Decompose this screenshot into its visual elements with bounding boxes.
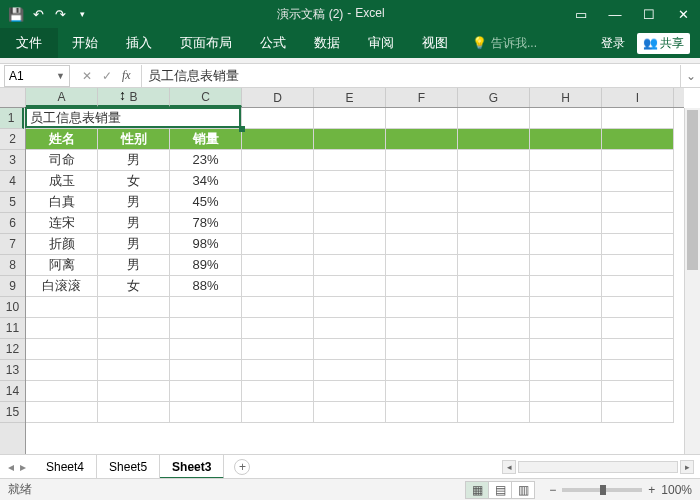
scroll-left-icon[interactable]: ◂: [502, 460, 516, 474]
cell[interactable]: [386, 171, 458, 192]
cell[interactable]: 姓名: [26, 129, 98, 150]
enter-icon[interactable]: ✓: [102, 69, 112, 83]
ribbon-options-icon[interactable]: ▭: [564, 0, 598, 28]
row-header-1[interactable]: 1: [0, 108, 24, 129]
cell[interactable]: [242, 108, 314, 129]
cell[interactable]: 男: [98, 234, 170, 255]
cell[interactable]: [602, 255, 674, 276]
row-header-15[interactable]: 15: [0, 402, 25, 423]
cell[interactable]: 连宋: [26, 213, 98, 234]
col-header-D[interactable]: D: [242, 88, 314, 107]
cell[interactable]: 98%: [170, 234, 242, 255]
cell[interactable]: [458, 402, 530, 423]
cell[interactable]: 销量: [170, 129, 242, 150]
tab-review[interactable]: 审阅: [354, 28, 408, 58]
cell[interactable]: [458, 213, 530, 234]
cell[interactable]: 89%: [170, 255, 242, 276]
cell[interactable]: 34%: [170, 171, 242, 192]
cell[interactable]: [170, 381, 242, 402]
fx-icon[interactable]: fx: [122, 68, 131, 83]
name-box[interactable]: A1 ▼: [4, 65, 70, 87]
cell[interactable]: [602, 381, 674, 402]
cell[interactable]: [530, 255, 602, 276]
cell[interactable]: [602, 213, 674, 234]
cell[interactable]: [98, 402, 170, 423]
cell[interactable]: [530, 108, 602, 129]
cell[interactable]: 司命: [26, 150, 98, 171]
cell[interactable]: [530, 192, 602, 213]
col-header-C[interactable]: C: [170, 88, 242, 107]
vertical-scrollbar[interactable]: [684, 108, 700, 454]
formula-input[interactable]: 员工信息表销量: [141, 65, 680, 87]
cell[interactable]: 女: [98, 171, 170, 192]
cell[interactable]: [386, 339, 458, 360]
cell[interactable]: [530, 318, 602, 339]
cell[interactable]: [458, 318, 530, 339]
cell[interactable]: 78%: [170, 213, 242, 234]
maximize-icon[interactable]: ☐: [632, 0, 666, 28]
cell[interactable]: [242, 276, 314, 297]
cell[interactable]: [530, 360, 602, 381]
select-all-corner[interactable]: [0, 88, 26, 108]
cell[interactable]: [314, 318, 386, 339]
column-headers[interactable]: ABCDEFGHI: [26, 88, 684, 108]
col-header-I[interactable]: I: [602, 88, 674, 107]
tab-insert[interactable]: 插入: [112, 28, 166, 58]
file-tab[interactable]: 文件: [0, 28, 58, 58]
row-header-7[interactable]: 7: [0, 234, 25, 255]
cell[interactable]: [530, 339, 602, 360]
cell[interactable]: [458, 339, 530, 360]
cell[interactable]: [170, 318, 242, 339]
cell[interactable]: [602, 234, 674, 255]
cell[interactable]: [242, 234, 314, 255]
cell[interactable]: 男: [98, 255, 170, 276]
row-header-5[interactable]: 5: [0, 192, 25, 213]
cell[interactable]: 阿离: [26, 255, 98, 276]
cell[interactable]: [242, 213, 314, 234]
cell[interactable]: [314, 234, 386, 255]
normal-view-icon[interactable]: ▦: [465, 481, 489, 499]
row-header-9[interactable]: 9: [0, 276, 25, 297]
cancel-icon[interactable]: ✕: [82, 69, 92, 83]
cell[interactable]: [242, 360, 314, 381]
col-header-A[interactable]: A: [26, 88, 98, 107]
cell[interactable]: [242, 150, 314, 171]
cell[interactable]: [458, 192, 530, 213]
cell[interactable]: [242, 192, 314, 213]
cell[interactable]: [314, 192, 386, 213]
row-header-12[interactable]: 12: [0, 339, 25, 360]
row-header-11[interactable]: 11: [0, 318, 25, 339]
cell[interactable]: [26, 339, 98, 360]
cell[interactable]: [458, 171, 530, 192]
next-sheet-icon[interactable]: ▸: [20, 460, 26, 474]
cell[interactable]: 23%: [170, 150, 242, 171]
cell[interactable]: [98, 339, 170, 360]
cell[interactable]: [26, 360, 98, 381]
cell[interactable]: [602, 297, 674, 318]
cell[interactable]: [530, 171, 602, 192]
cell[interactable]: [386, 234, 458, 255]
spreadsheet-grid[interactable]: ABCDEFGHI 123456789101112131415 员工信息表销量姓…: [0, 88, 700, 454]
tab-pagelayout[interactable]: 页面布局: [166, 28, 246, 58]
cell[interactable]: [386, 192, 458, 213]
cell[interactable]: [314, 276, 386, 297]
cell[interactable]: [530, 276, 602, 297]
cell[interactable]: [386, 255, 458, 276]
cell[interactable]: [458, 129, 530, 150]
save-icon[interactable]: 💾: [8, 6, 24, 22]
row-header-2[interactable]: 2: [0, 129, 25, 150]
cell[interactable]: [602, 339, 674, 360]
cell[interactable]: [242, 339, 314, 360]
cell[interactable]: [314, 150, 386, 171]
cell[interactable]: [242, 255, 314, 276]
cell[interactable]: [98, 360, 170, 381]
cell[interactable]: [530, 297, 602, 318]
cell[interactable]: [170, 402, 242, 423]
row-headers[interactable]: 123456789101112131415: [0, 108, 26, 454]
chevron-down-icon[interactable]: ▼: [56, 71, 65, 81]
cell[interactable]: [386, 108, 458, 129]
cell[interactable]: 折颜: [26, 234, 98, 255]
cell[interactable]: [314, 402, 386, 423]
cell[interactable]: [602, 276, 674, 297]
cell[interactable]: [602, 150, 674, 171]
